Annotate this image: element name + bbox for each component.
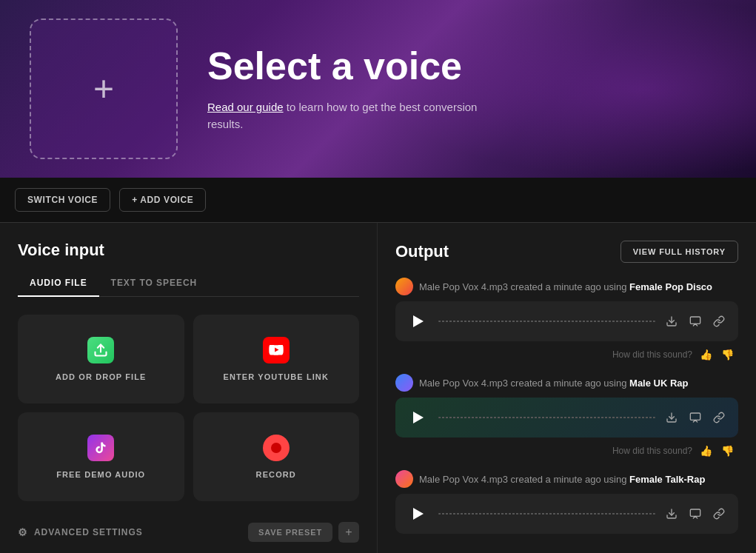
thumbs-up-button[interactable]: 👍 (698, 347, 714, 362)
audio-actions (664, 314, 726, 329)
play-icon (413, 315, 424, 327)
output-item: Male Pop Vox 4.mp3 created a minute ago … (395, 278, 738, 362)
avatar (395, 470, 413, 488)
play-button[interactable] (407, 503, 429, 525)
guide-link[interactable]: Read our guide (207, 101, 284, 113)
demo-audio-card[interactable]: Free Demo Audio (18, 412, 184, 501)
audio-actions (664, 506, 726, 521)
download-button[interactable] (664, 506, 679, 521)
audio-player-inner (407, 310, 726, 332)
thumbs-down-button[interactable]: 👎 (720, 443, 735, 458)
thumbs-down-button[interactable]: 👎 (720, 347, 735, 362)
add-drop-file-card[interactable]: Add or Drop File (18, 315, 184, 403)
advanced-settings-toggle[interactable]: ⚙ Advanced Settings (18, 526, 143, 538)
output-description: Male Pop Vox 4.mp3 created a minute ago … (419, 474, 705, 485)
tab-audio-file[interactable]: Audio File (18, 272, 99, 297)
header-subtitle: Read our guide to learn how to get the b… (207, 99, 504, 133)
header-text: Select a voice Read our guide to learn h… (207, 45, 504, 133)
demo-label: Free Demo Audio (56, 470, 145, 479)
feedback-text: How did this sound? (612, 349, 692, 360)
audio-player (395, 301, 738, 341)
thumbs-up-button[interactable]: 👍 (698, 443, 714, 458)
upload-icon (87, 337, 114, 363)
output-meta: Male Pop Vox 4.mp3 created a minute ago … (395, 374, 738, 392)
input-options-grid: Add or Drop File Enter YouTube Link (18, 315, 359, 501)
link-button[interactable] (712, 314, 726, 329)
output-header: Output View Full History (395, 241, 738, 263)
switch-voice-button[interactable]: Switch Voice (15, 188, 110, 212)
output-title: Output (395, 242, 449, 261)
save-button[interactable] (688, 410, 703, 425)
audio-player (395, 494, 738, 534)
input-tabs: Audio File Text to Speech (18, 272, 359, 297)
add-voice-button[interactable]: + Add Voice (119, 188, 206, 212)
waveform (438, 321, 655, 322)
play-button[interactable] (407, 406, 429, 429)
header-banner: + Select a voice Read our guide to learn… (0, 0, 756, 178)
youtube-link-card[interactable]: Enter YouTube Link (193, 315, 360, 403)
avatar (395, 374, 413, 392)
svg-rect-2 (690, 317, 700, 324)
voice-card-add[interactable]: + (30, 19, 178, 159)
feedback-text: How did this sound? (612, 446, 692, 456)
save-preset-button[interactable]: Save Preset (248, 523, 332, 542)
output-description: Male Pop Vox 4.mp3 created a minute ago … (419, 378, 689, 389)
audio-player-active (395, 398, 738, 438)
output-description: Male Pop Vox 4.mp3 created a minute ago … (419, 281, 712, 292)
save-button[interactable] (688, 314, 703, 329)
link-button[interactable] (712, 410, 726, 425)
add-drop-label: Add or Drop File (56, 372, 147, 381)
play-icon (413, 412, 424, 423)
youtube-icon (263, 337, 290, 363)
left-panel: Voice input Audio File Text to Speech Ad… (0, 223, 378, 553)
advanced-settings-label: Advanced Settings (34, 527, 143, 537)
page-title: Select a voice (207, 45, 504, 87)
preset-actions: Save Preset + (248, 522, 359, 543)
waveform (438, 513, 655, 515)
play-icon (413, 508, 424, 520)
youtube-label: Enter YouTube Link (224, 372, 329, 381)
record-label: Record (256, 470, 296, 479)
feedback-row: How did this sound? 👍 👎 (395, 443, 738, 458)
svg-rect-6 (690, 509, 700, 516)
voice-card-plus-icon: + (93, 71, 114, 107)
output-meta: Male Pop Vox 4.mp3 created a minute ago … (395, 278, 738, 295)
download-button[interactable] (664, 314, 679, 329)
tab-text-to-speech[interactable]: Text to Speech (99, 272, 210, 297)
avatar (395, 278, 413, 295)
link-button[interactable] (712, 506, 726, 521)
svg-rect-4 (690, 413, 700, 420)
download-button[interactable] (664, 410, 679, 425)
record-card[interactable]: Record (193, 412, 360, 501)
audio-player-inner (407, 503, 726, 525)
toolbar: Switch Voice + Add Voice (0, 178, 756, 223)
main-content: Voice input Audio File Text to Speech Ad… (0, 223, 756, 553)
output-item: Male Pop Vox 4.mp3 created a minute ago … (395, 470, 738, 534)
play-button[interactable] (407, 310, 429, 332)
right-panel: Output View Full History Male Pop Vox 4.… (378, 223, 756, 553)
record-icon (263, 435, 290, 461)
add-preset-button[interactable]: + (338, 522, 359, 543)
feedback-row: How did this sound? 👍 👎 (395, 347, 738, 362)
tiktok-icon (87, 435, 114, 461)
save-button[interactable] (688, 506, 703, 521)
output-meta: Male Pop Vox 4.mp3 created a minute ago … (395, 470, 738, 488)
gear-icon: ⚙ (18, 526, 28, 538)
view-history-button[interactable]: View Full History (620, 241, 738, 263)
output-item: Male Pop Vox 4.mp3 created a minute ago … (395, 374, 738, 458)
left-panel-bottom: ⚙ Advanced Settings Save Preset + (18, 513, 359, 543)
audio-player-inner (407, 406, 726, 429)
audio-actions (664, 410, 726, 425)
waveform (438, 417, 655, 418)
voice-input-title: Voice input (18, 241, 359, 260)
